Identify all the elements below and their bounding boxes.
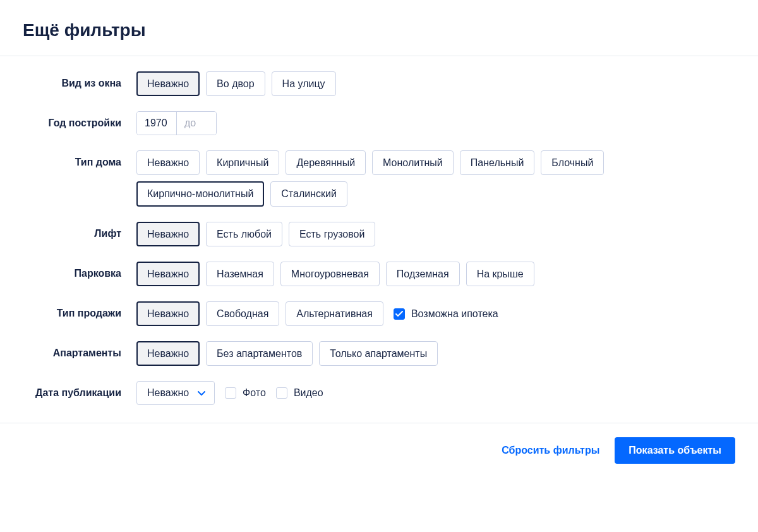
video-text: Видео <box>294 387 323 399</box>
pub-date-select-value: Неважно <box>147 387 189 398</box>
chip-sale-1[interactable]: Свободная <box>206 301 279 326</box>
controls-pub-date: Неважно Фото Видео <box>136 381 758 405</box>
chip-house-2[interactable]: Деревянный <box>286 150 366 175</box>
chip-parking-1[interactable]: Наземная <box>206 262 274 286</box>
video-checkbox-label[interactable]: Видео <box>276 387 323 399</box>
filters-body: Вид из окна Неважно Во двор На улицу Год… <box>0 56 758 423</box>
controls-lift: Неважно Есть любой Есть грузовой <box>136 222 758 246</box>
label-view: Вид из окна <box>0 71 136 89</box>
chip-lift-0[interactable]: Неважно <box>136 222 200 246</box>
mortgage-text: Возможна ипотека <box>411 308 498 320</box>
chip-sale-2[interactable]: Альтернативная <box>286 301 383 326</box>
modal-header: Ещё фильтры <box>0 0 758 56</box>
row-parking: Парковка Неважно Наземная Многоуровневая… <box>0 262 758 286</box>
chip-house-3[interactable]: Монолитный <box>372 150 454 175</box>
controls-house-type: Неважно Кирпичный Деревянный Монолитный … <box>136 150 758 206</box>
label-parking: Парковка <box>0 262 136 279</box>
video-checkbox[interactable] <box>276 387 287 399</box>
label-house-type: Тип дома <box>0 150 136 168</box>
year-group <box>136 111 217 135</box>
chip-house-6[interactable]: Кирпично-монолитный <box>136 181 264 206</box>
chip-view-0[interactable]: Неважно <box>136 71 200 96</box>
chip-apart-1[interactable]: Без апартаментов <box>206 341 313 366</box>
chip-parking-2[interactable]: Многоуровневая <box>280 262 380 286</box>
row-apartments: Апартаменты Неважно Без апартаментов Тол… <box>0 341 758 366</box>
pub-date-select[interactable]: Неважно <box>136 381 215 405</box>
chip-lift-2[interactable]: Есть грузовой <box>289 222 375 246</box>
chip-lift-1[interactable]: Есть любой <box>206 222 282 246</box>
mortgage-checkbox-label[interactable]: Возможна ипотека <box>394 308 498 320</box>
label-apartments: Апартаменты <box>0 341 136 359</box>
photo-checkbox[interactable] <box>225 387 236 399</box>
chip-house-0[interactable]: Неважно <box>136 150 200 175</box>
year-from-input[interactable] <box>137 112 176 135</box>
label-pub-date: Дата публикации <box>0 381 136 399</box>
reset-button[interactable]: Сбросить фильтры <box>502 445 599 456</box>
controls-year <box>136 111 758 135</box>
chip-sale-0[interactable]: Неважно <box>136 301 200 326</box>
chip-view-2[interactable]: На улицу <box>272 71 336 96</box>
controls-sale-type: Неважно Свободная Альтернативная Возможн… <box>136 301 758 326</box>
chip-apart-0[interactable]: Неважно <box>136 341 200 366</box>
year-to-input[interactable] <box>177 112 216 135</box>
chip-apart-2[interactable]: Только апартаменты <box>319 341 438 366</box>
chip-house-4[interactable]: Панельный <box>460 150 535 175</box>
chip-parking-4[interactable]: На крыше <box>466 262 534 286</box>
row-pub-date: Дата публикации Неважно Фото Видео <box>0 381 758 405</box>
submit-button[interactable]: Показать объекты <box>615 437 735 464</box>
controls-view: Неважно Во двор На улицу <box>136 71 758 96</box>
controls-parking: Неважно Наземная Многоуровневая Подземна… <box>136 262 758 286</box>
photo-checkbox-label[interactable]: Фото <box>225 387 266 399</box>
chip-house-7[interactable]: Сталинский <box>270 181 347 206</box>
chevron-down-icon <box>198 387 205 399</box>
row-view: Вид из окна Неважно Во двор На улицу <box>0 71 758 96</box>
chip-house-1[interactable]: Кирпичный <box>206 150 279 175</box>
check-icon <box>395 311 403 317</box>
row-year: Год постройки <box>0 111 758 135</box>
row-sale-type: Тип продажи Неважно Свободная Альтернати… <box>0 301 758 326</box>
modal-footer: Сбросить фильтры Показать объекты <box>0 423 758 478</box>
controls-apartments: Неважно Без апартаментов Только апартаме… <box>136 341 758 366</box>
chip-parking-3[interactable]: Подземная <box>386 262 460 286</box>
chip-view-1[interactable]: Во двор <box>206 71 265 96</box>
label-year: Год постройки <box>0 111 136 129</box>
label-lift: Лифт <box>0 222 136 239</box>
label-sale-type: Тип продажи <box>0 301 136 319</box>
photo-text: Фото <box>243 387 266 399</box>
row-lift: Лифт Неважно Есть любой Есть грузовой <box>0 222 758 246</box>
chip-house-5[interactable]: Блочный <box>541 150 604 175</box>
modal-title: Ещё фильтры <box>23 20 735 40</box>
mortgage-checkbox[interactable] <box>394 308 405 320</box>
row-house-type: Тип дома Неважно Кирпичный Деревянный Мо… <box>0 150 758 206</box>
chip-parking-0[interactable]: Неважно <box>136 262 200 286</box>
